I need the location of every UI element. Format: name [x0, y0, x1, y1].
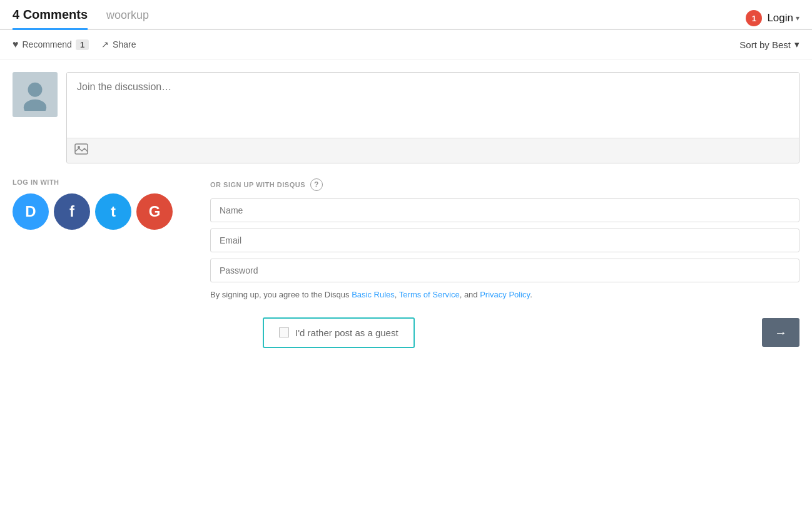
header-right: 1 Login ▾	[746, 10, 799, 26]
submit-button[interactable]: →	[762, 318, 799, 347]
google-icon: G	[149, 203, 161, 220]
share-icon: ↗	[101, 39, 109, 49]
notification-badge[interactable]: 1	[746, 10, 762, 26]
help-icon[interactable]: ?	[310, 178, 323, 191]
twitter-icon: t	[111, 203, 116, 220]
terms-of-service-link[interactable]: Terms of Service	[399, 290, 460, 299]
login-with-label: LOG IN WITH	[13, 178, 173, 186]
comment-input-toolbar	[67, 138, 799, 163]
twitter-login-button[interactable]: t	[95, 193, 131, 230]
sort-button[interactable]: Sort by Best ▾	[739, 39, 799, 50]
login-button[interactable]: Login ▾	[767, 12, 799, 24]
toolbar-left: ♥ Recommend 1 ↗ Share	[13, 39, 136, 50]
image-icon[interactable]	[74, 143, 88, 158]
heart-icon: ♥	[13, 39, 19, 50]
email-input[interactable]	[210, 229, 799, 252]
guest-checkbox-area[interactable]: I'd rather post as a guest	[263, 317, 415, 348]
signup-label: OR SIGN UP WITH DISQUS ?	[210, 178, 799, 191]
signup-section: OR SIGN UP WITH DISQUS ? By signing up, …	[210, 178, 799, 311]
name-input[interactable]	[210, 198, 799, 222]
svg-point-1	[24, 100, 46, 111]
guest-label: I'd rather post as a guest	[295, 327, 398, 338]
share-label: Share	[113, 39, 136, 49]
login-label: Login	[767, 12, 793, 24]
svg-point-0	[28, 83, 43, 97]
disqus-icon: D	[25, 203, 36, 220]
signup-label-text: OR SIGN UP WITH DISQUS	[210, 181, 305, 188]
recommend-label: Recommend	[23, 39, 72, 49]
facebook-icon: f	[69, 203, 74, 220]
avatar-svg	[19, 78, 51, 111]
terms-text: By signing up, you agree to the Disqus B…	[210, 289, 799, 301]
share-button[interactable]: ↗ Share	[101, 39, 136, 49]
password-input[interactable]	[210, 259, 799, 282]
social-icons: D f t G	[13, 193, 173, 230]
sort-chevron-icon: ▾	[794, 39, 799, 50]
facebook-login-button[interactable]: f	[54, 193, 90, 230]
toolbar: ♥ Recommend 1 ↗ Share Sort by Best ▾	[0, 30, 812, 59]
header-left: 4 Comments woorkup	[13, 8, 149, 29]
bottom-row: I'd rather post as a guest →	[0, 317, 812, 361]
header: 4 Comments woorkup 1 Login ▾	[0, 0, 812, 30]
comment-area	[0, 59, 812, 163]
basic-rules-link[interactable]: Basic Rules	[352, 290, 395, 299]
avatar	[13, 72, 58, 117]
login-section: LOG IN WITH D f t G OR SIGN UP WITH DISQ…	[0, 163, 812, 311]
recommend-count: 1	[76, 39, 89, 50]
comments-count: 4 Comments	[13, 8, 88, 30]
site-name: woorkup	[106, 9, 149, 28]
guest-checkbox[interactable]	[279, 327, 289, 337]
privacy-policy-link[interactable]: Privacy Policy	[480, 290, 530, 299]
login-with-section: LOG IN WITH D f t G	[13, 178, 173, 311]
arrow-right-icon: →	[774, 326, 787, 340]
chevron-down-icon: ▾	[796, 14, 799, 23]
disqus-login-button[interactable]: D	[13, 193, 49, 230]
comment-input[interactable]	[67, 73, 799, 135]
recommend-button[interactable]: ♥ Recommend 1	[13, 39, 89, 50]
google-login-button[interactable]: G	[136, 193, 173, 230]
sort-label: Sort by Best	[739, 39, 791, 50]
comment-box	[66, 72, 799, 163]
